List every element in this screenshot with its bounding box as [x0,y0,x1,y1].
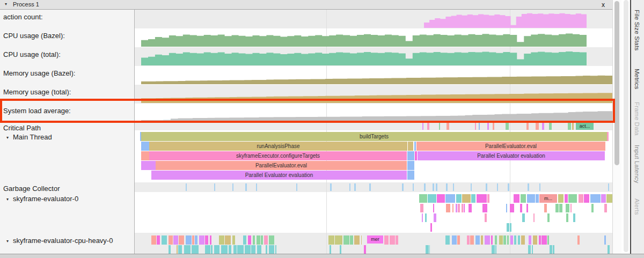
gc-tick [256,183,257,191]
evaluator0-row2-tick [559,204,562,212]
cpu-heavy-row2-tick [184,245,191,254]
evaluator0-row1-tick [471,194,475,203]
evaluator0-row1-tick [419,194,427,203]
critical-path-tick [475,123,476,130]
main-thread-slice[interactable] [407,151,414,160]
track-label-text: skyframe-evaluator-0 [13,195,78,203]
cpu-heavy-row2-tick [237,245,244,254]
gc-tick [354,183,356,191]
evaluator0-badge[interactable]: m... [539,194,557,203]
cpu-heavy-row2-tick [205,245,210,254]
trace-viewer-window: ▾ Process 1 x buildTargetsrunAnalysisPha… [0,0,644,258]
gc-tick [539,183,540,191]
cpu-heavy-row1-tick [541,235,547,245]
cpu-heavy-row1-tick [269,235,274,245]
evaluator0-row2-tick [420,204,423,212]
close-button[interactable]: x [602,1,605,9]
main-thread-slice-skyframeexecutor-configuretargets[interactable]: skyframeExecutor.configureTargets [149,151,407,160]
evaluator0-row4-tick [430,223,432,232]
main-thread-slice[interactable] [141,142,149,151]
cpu-heavy-row1-tick [179,235,184,245]
cpu-heavy-badge[interactable]: mer [367,235,383,244]
cpu-heavy-row1-tick [514,235,516,245]
cpu-heavy-row1-tick [173,235,178,245]
main-thread-slice-buildtargets[interactable]: buildTargets [141,132,607,141]
critical-path-tick [572,123,574,130]
track-label-text: Critical Path [3,124,41,132]
track-label-garbage-collector: Garbage Collector [3,185,60,193]
collapse-arrow-icon[interactable]: ▾ [5,2,7,6]
cpu-heavy-row1-tick [195,235,197,245]
tab-file-size-stats[interactable]: File Size Stats [634,10,640,51]
critical-path-tick [542,123,544,130]
evaluator0-row1-tick [606,194,612,203]
main-thread-slice-parallelevaluator-eval[interactable]: ParallelEvaluator.eval [416,142,605,151]
evaluator0-row2-tick [526,204,528,212]
track-label-skyframe-evaluator-0[interactable]: ▾skyframe-evaluator-0 [6,195,78,203]
cpu-heavy-row2-tick [214,245,219,254]
main-thread-slice[interactable] [407,161,414,170]
cpu-heavy-row1-tick [219,235,224,245]
evaluator0-row2-tick [458,204,460,212]
evaluator0-row1-tick [527,194,535,203]
collapse-arrow-icon[interactable]: ▾ [6,197,9,202]
cpu-heavy-row1-tick [354,235,360,245]
track-label-main-thread[interactable]: ▾Main Thread [6,133,52,141]
evaluator0-row1-tick [487,194,489,203]
evaluator0-row1-tick [437,194,445,203]
evaluator0-row3-tick [573,213,575,222]
gc-tick [508,183,509,191]
main-thread-slice[interactable] [607,132,609,141]
horizontal-scrollbar[interactable] [0,254,644,258]
main-thread-slice-parallelevaluator-eval[interactable]: ParallelEvaluator.eval [156,161,407,170]
evaluator0-row2-tick [591,204,594,212]
cpu-heavy-row1-tick [232,235,235,245]
process-header[interactable]: ▾ Process 1 x [0,0,612,10]
main-thread-slice[interactable] [414,142,416,151]
track-label-cpu-usage-bazel: CPU usage (Bazel): [3,32,65,40]
evaluator0-row1-tick [568,194,577,203]
track-label-skyframe-evaluator-cpu-heavy-0[interactable]: ▾skyframe-evaluator-cpu-heavy-0 [6,237,113,245]
gc-tick [497,183,498,191]
cpu-heavy-row1-tick [604,235,606,245]
main-thread-slice[interactable] [408,142,413,151]
critical-path-tick [536,123,539,130]
cpu-heavy-row1-tick [257,235,260,245]
track-label-text: skyframe-evaluator-cpu-heavy-0 [13,237,113,245]
cpu-heavy-row1-tick [162,235,167,245]
process-title: Process 1 [13,1,39,8]
main-thread-slice-parallel-evaluator-evaluation[interactable]: Parallel Evaluator evaluation [151,171,407,180]
cpu-heavy-row1-tick [491,235,493,245]
tab-metrics[interactable]: Metrics [634,69,640,89]
cpu-heavy-row2-tick [169,245,171,254]
timeline-content: ▾ Process 1 x buildTargetsrunAnalysisPha… [0,0,612,254]
critical-path-badge[interactable]: act... [576,123,594,130]
chart-cpu-usage-total [141,51,587,65]
evaluator0-row1-tick [601,194,606,203]
critical-path-tick [447,123,449,130]
main-thread-slice[interactable] [415,151,417,160]
main-thread-slice-parallel-evaluator-evaluation[interactable]: Parallel Evaluator evaluation [418,151,605,160]
tab-input-latency[interactable]: Input Latency [634,145,640,183]
tab-frame-data[interactable]: Frame Data [634,102,640,136]
cpu-heavy-row1-tick [445,235,450,245]
outer-scrollbar-track[interactable] [624,0,628,252]
vertical-scrollbar[interactable] [612,0,621,254]
cpu-heavy-row1-tick [452,235,457,245]
cpu-heavy-row1-tick [151,235,156,245]
evaluator0-row2-tick [446,204,450,212]
cpu-heavy-row2-tick [233,245,237,254]
cpu-heavy-row1-tick [510,235,513,245]
critical-path-tick [427,123,429,130]
track-label-cpu-usage-total: CPU usage (total): [3,50,61,58]
collapse-arrow-icon[interactable]: ▾ [6,239,9,244]
collapse-arrow-icon[interactable]: ▾ [6,135,9,140]
tab-alerts[interactable]: Alerts [634,198,640,215]
main-thread-slice-runanalysisphase[interactable]: runAnalysisPhase [149,142,407,151]
evaluator0-row2-tick [520,204,522,212]
main-thread-slice[interactable] [141,151,149,160]
main-thread-slice[interactable] [407,171,414,180]
main-thread-slice[interactable] [141,161,156,170]
cpu-heavy-row2-tick [553,245,554,254]
vertical-scrollbar-thumb[interactable] [614,1,619,165]
